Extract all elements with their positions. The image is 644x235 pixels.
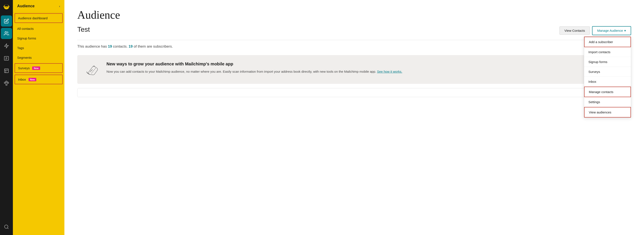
nav-icon-automations[interactable] [1,40,12,51]
svg-rect-18 [6,84,7,85]
svg-rect-15 [4,82,6,83]
sidebar-item-label: Signup forms [17,36,36,40]
dropdown-item-surveys[interactable]: Surveys [584,67,631,77]
nav-icon-reports[interactable] [1,65,12,76]
dropdown-item-import-contacts[interactable]: Import contacts [584,47,631,57]
nav-icon-contacts[interactable] [1,53,12,64]
contacts-count-1: 19 [108,44,112,48]
svg-point-7 [6,6,7,7]
sidebar-item-label: Audience dashboard [18,16,48,20]
sidebar-item-all-contacts[interactable]: All contacts [13,24,64,33]
svg-point-8 [5,31,7,33]
contacts-count-2: 19 [128,44,133,48]
sidebar-item-label: Surveys [18,66,30,70]
promo-content: New ways to grow your audience with Mail… [106,61,402,74]
dropdown-item-add-subscriber[interactable]: Add a subscriber [584,37,631,47]
inbox-badge: New [28,78,36,81]
promo-icon [85,61,100,77]
sidebar-header: Audience ‹ [13,0,64,12]
page-title: Audience [77,8,631,21]
svg-line-24 [8,228,8,229]
audience-name: Test [77,25,90,33]
nav-icon-campaigns[interactable] [1,15,12,26]
dropdown-item-signup-forms[interactable]: Signup forms [584,57,631,67]
app-logo [0,0,13,13]
promo-title: New ways to grow your audience with Mail… [106,61,402,66]
manage-audience-dropdown: Add a subscriber Import contacts Signup … [584,36,631,118]
sidebar-item-label: Tags [17,46,24,50]
sidebar-item-label: Segments [17,56,32,59]
sidebar-title: Audience [17,4,34,8]
svg-point-23 [4,225,8,228]
logo-icon [2,2,10,10]
view-contacts-button[interactable]: View Contacts [560,26,590,35]
manage-audience-label: Manage Audience [597,29,623,32]
svg-rect-14 [4,69,8,73]
promo-body: Now you can add contacts to your Mailchi… [106,69,402,74]
contacts-info-middle: contacts. [112,44,128,48]
sidebar-item-tags[interactable]: Tags [13,43,64,53]
dropdown-item-inbox[interactable]: Inbox [584,77,631,87]
contacts-info: This audience has 19 contacts. 19 of the… [77,44,631,49]
promo-link[interactable]: See how it works. [377,70,402,73]
nav-icon-search[interactable] [1,221,12,233]
svg-line-27 [87,72,88,73]
section-card [77,88,631,97]
nav-icon-integrations[interactable] [1,78,12,89]
dropdown-item-settings[interactable]: Settings [584,97,631,107]
sidebar-item-segments[interactable]: Segments [13,53,64,62]
surveys-badge: New [32,66,40,70]
nav-icon-audience[interactable] [1,28,12,39]
sidebar-item-label: Inbox [18,78,26,81]
sidebar-collapse-chevron[interactable]: ‹ [59,4,60,8]
sidebar-item-signup-forms[interactable]: Signup forms [13,33,64,43]
svg-rect-16 [7,82,8,83]
main-content: Audience Test View Contacts Manage Audie… [64,0,644,235]
icon-sidebar [0,0,13,235]
svg-marker-9 [4,44,8,48]
sidebar-item-label: All contacts [17,27,34,30]
sidebar-item-inbox[interactable]: Inbox New [14,75,63,84]
chevron-down-icon: ▾ [624,29,626,33]
sidebar-item-surveys[interactable]: Surveys New [14,63,63,73]
svg-point-25 [94,66,95,67]
audience-header-row: Test View Contacts Manage Audience ▾ Add… [77,25,631,40]
manage-audience-button[interactable]: Manage Audience ▾ [592,26,631,35]
named-sidebar: Audience ‹ Audience dashboard All contac… [13,0,64,235]
promo-card: New ways to grow your audience with Mail… [77,55,631,84]
svg-rect-17 [6,81,7,82]
dropdown-item-view-audiences[interactable]: View audiences [584,107,631,117]
contacts-info-before: This audience has [77,44,108,48]
dropdown-item-manage-contacts[interactable]: Manage contacts [584,87,631,97]
audience-actions: View Contacts Manage Audience ▾ Add a su… [560,26,631,35]
contacts-info-after: of them are subscribers. [133,44,173,48]
sidebar-item-audience-dashboard[interactable]: Audience dashboard [14,13,63,23]
